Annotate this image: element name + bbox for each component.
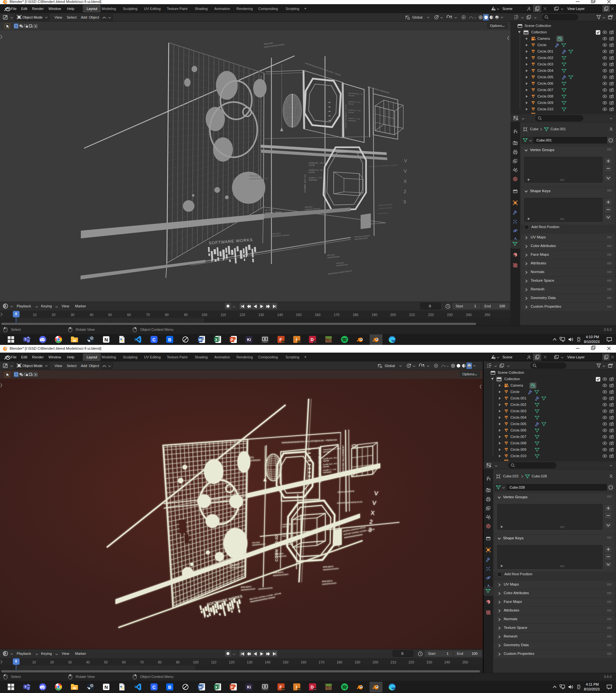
svg-text:130: 130 — [247, 660, 253, 664]
svg-text:ONLINE: ONLINE — [309, 171, 315, 173]
svg-text:P: P — [231, 685, 233, 689]
svg-text:PRO: PRO — [297, 341, 301, 343]
svg-text:250: 250 — [484, 313, 490, 317]
svg-text:COMMS 88.1 – 420.1: COMMS 88.1 – 420.1 — [282, 523, 298, 526]
svg-text:70: 70 — [140, 660, 144, 664]
svg-text:120: 120 — [229, 660, 235, 664]
svg-text:P: P — [231, 338, 233, 342]
svg-text:80: 80 — [158, 660, 162, 664]
svg-text:ONLINE: ONLINE — [323, 459, 330, 462]
svg-text:ONLINE: ONLINE — [323, 465, 330, 468]
svg-text:200: 200 — [373, 660, 378, 664]
svg-text:120: 120 — [239, 313, 245, 317]
svg-text:X: X — [371, 510, 375, 516]
svg-text:V: V — [374, 490, 379, 497]
svg-text:60: 60 — [127, 313, 131, 317]
svg-text:B: B — [168, 337, 171, 342]
svg-text:T: T — [25, 685, 27, 689]
svg-text:0000000000 (2[0VX20|P3]) 034.0: 0000000000 (2[0VX20|P3]) 034.052 — [337, 501, 362, 504]
svg-text:170: 170 — [334, 313, 339, 317]
svg-text:110: 110 — [221, 313, 226, 317]
svg-text:180: 180 — [337, 660, 342, 664]
svg-text:160: 160 — [301, 660, 306, 664]
svg-text:190: 190 — [372, 313, 377, 317]
svg-text:ACS: ACS — [264, 341, 266, 343]
svg-text:00000000012520CHG: 00000000012520CHG — [249, 177, 269, 180]
svg-text:360: 360 — [282, 689, 284, 690]
svg-text:00000000000 0000000 00000-00: 00000000000 0000000 00000-00 — [328, 270, 352, 275]
svg-text:2: 2 — [404, 189, 406, 194]
svg-text:COMM 420-02: COMM 420-02 — [275, 535, 278, 561]
svg-text:90: 90 — [176, 660, 180, 664]
svg-text:80: 80 — [165, 313, 169, 317]
svg-text:ONLINE: ONLINE — [348, 103, 354, 105]
svg-text:10: 10 — [32, 660, 36, 664]
svg-text:000000000000000057843.125.3.42: 000000000000000057843.125.3.4237|3||234.… — [282, 439, 337, 444]
svg-text:40: 40 — [90, 313, 93, 317]
svg-text:000000000 000: 000000000 000 — [377, 212, 389, 215]
svg-text:00000000012520ZX: 00000000012520ZX — [322, 582, 337, 585]
svg-text:3: 3 — [403, 199, 406, 204]
svg-text:180: 180 — [353, 313, 358, 317]
svg-text:CONFINEMENT AXIS: CONFINEMENT AXIS — [345, 104, 347, 128]
svg-text:100: 100 — [193, 660, 199, 664]
svg-text:Ki: Ki — [247, 685, 251, 690]
svg-text:C: C — [153, 337, 156, 342]
svg-text:90: 90 — [184, 313, 188, 317]
svg-text:220: 220 — [409, 660, 414, 664]
svg-text:ONLINE: ONLINE — [348, 111, 354, 113]
svg-text:10: 10 — [33, 313, 37, 317]
svg-text:240: 240 — [466, 313, 472, 317]
svg-text:CLAMP 1.7 – 0.78: CLAMP 1.7 – 0.78 — [309, 177, 322, 179]
svg-text:N: N — [105, 337, 108, 342]
svg-text:ONLINE: ONLINE — [309, 164, 315, 166]
svg-text:Ki: Ki — [247, 338, 251, 342]
svg-text:COMMS 88.1 – 420.1: COMMS 88.1 – 420.1 — [309, 162, 324, 164]
svg-text:20: 20 — [52, 313, 56, 317]
svg-text:TRN: TRN — [313, 341, 316, 343]
svg-text:T: T — [25, 338, 27, 341]
svg-text:CLAMP 10.9 – 44.2: CLAMP 10.9 – 44.2 — [323, 462, 337, 466]
svg-text:230: 230 — [426, 660, 432, 664]
svg-text:COMMS 10.3 – 20.1: COMMS 10.3 – 20.1 — [309, 169, 323, 171]
svg-text:50: 50 — [108, 313, 112, 317]
svg-text:60: 60 — [122, 660, 126, 664]
svg-text:C: C — [153, 685, 156, 690]
svg-text:70: 70 — [146, 313, 150, 317]
svg-text:140: 140 — [265, 660, 271, 664]
svg-text:30: 30 — [68, 660, 72, 664]
svg-text:210: 210 — [391, 660, 396, 664]
svg-text:150: 150 — [296, 313, 302, 317]
svg-text:20: 20 — [50, 660, 54, 664]
svg-text:TRN: TRN — [313, 689, 316, 690]
svg-text:X: X — [215, 685, 218, 689]
svg-text:220: 220 — [428, 313, 434, 317]
svg-text:200: 200 — [390, 313, 396, 317]
svg-text:140: 140 — [277, 313, 283, 317]
svg-text:2: 2 — [369, 518, 373, 525]
svg-text:UNKNOWN: UNKNOWN — [284, 543, 292, 546]
svg-text:110: 110 — [211, 660, 217, 664]
svg-text:UNKNOWN: UNKNOWN — [323, 471, 332, 474]
svg-text:X: X — [215, 338, 218, 342]
svg-text:N: N — [105, 684, 108, 690]
svg-text:100: 100 — [201, 313, 207, 317]
svg-text:30: 30 — [71, 313, 75, 317]
svg-text:PFM 420/71: PFM 420/71 — [249, 175, 261, 177]
svg-text:PFM 420/1 000000: PFM 420/1 000000 — [379, 203, 392, 206]
svg-text:0000000000000000000000000000 0: 0000000000000000000000000000 00000 – 000… — [305, 62, 341, 76]
svg-text:360: 360 — [282, 341, 284, 343]
svg-text:W: W — [199, 685, 202, 689]
svg-text:240: 240 — [444, 660, 450, 664]
svg-text:W: W — [199, 338, 202, 342]
svg-text:PFM 420/71: PFM 420/71 — [210, 498, 221, 501]
svg-text:190: 190 — [355, 660, 360, 664]
svg-text:OFFLINE: OFFLINE — [348, 95, 354, 97]
svg-text:KEY_NOW: KEY_NOW — [265, 209, 273, 211]
svg-text:00000000012520ZX: 00000000012520ZX — [241, 588, 256, 591]
svg-text:X: X — [404, 178, 407, 184]
svg-text:0000000000-00 0000000000 0 000: 0000000000-00 0000000000 0 0000000 — [369, 164, 398, 167]
svg-text:COMM 420-02: COMM 420-02 — [304, 174, 306, 193]
svg-text:B: B — [168, 685, 171, 690]
svg-text:50: 50 — [104, 660, 108, 664]
